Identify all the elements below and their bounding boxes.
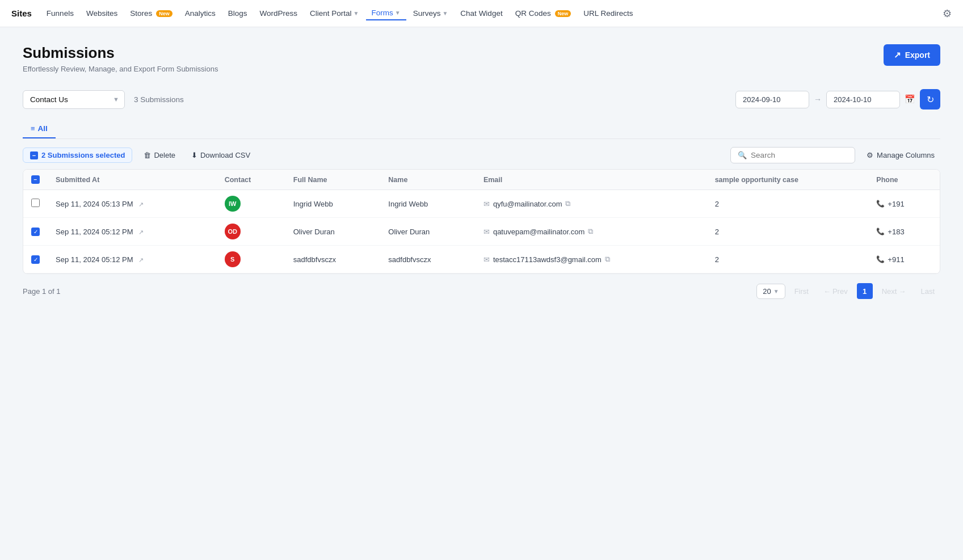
table-header-row: − Submitted At Contact Full Name Name Em… bbox=[23, 170, 940, 190]
nav-item-wordpress[interactable]: WordPress bbox=[254, 7, 304, 20]
name-value: Ingrid Webb bbox=[388, 200, 428, 208]
contact-avatar: IW bbox=[225, 196, 241, 212]
submissions-table-container: − Submitted At Contact Full Name Name Em… bbox=[23, 169, 940, 274]
row-checkbox-0[interactable] bbox=[31, 199, 40, 207]
phone-icon: 📞 bbox=[876, 200, 885, 208]
email-icon: ✉ bbox=[483, 255, 490, 264]
full-name-cell: sadfdbfvsczx bbox=[285, 246, 381, 273]
row-checkbox-1[interactable]: ✓ bbox=[31, 228, 40, 236]
nav-item-blogs[interactable]: Blogs bbox=[222, 7, 253, 20]
contact-cell: S bbox=[217, 246, 285, 273]
next-page-button[interactable]: Next → bbox=[876, 284, 912, 298]
export-icon: ↗ bbox=[894, 50, 901, 60]
col-email: Email bbox=[476, 170, 707, 190]
last-page-button[interactable]: Last bbox=[915, 284, 940, 298]
nav-item-surveys[interactable]: Surveys▼ bbox=[407, 7, 454, 20]
col-submitted-at: Submitted At bbox=[48, 170, 217, 190]
first-label: First bbox=[794, 287, 809, 296]
nav-item-client-portal[interactable]: Client Portal▼ bbox=[304, 7, 364, 20]
phone-cell: 📞 +191 bbox=[868, 190, 940, 218]
row-checkbox-cell: ✓ bbox=[23, 246, 48, 273]
prev-arrow-icon: ← bbox=[823, 287, 831, 296]
row-checkbox-cell: ✓ bbox=[23, 218, 48, 246]
top-nav: Sites FunnelsWebsitesStoresNewAnalyticsB… bbox=[0, 0, 963, 27]
filters-row: Contact Us ▼ 3 Submissions → 📅 ↻ bbox=[23, 89, 940, 110]
export-button[interactable]: ↗ Export bbox=[884, 44, 940, 66]
opportunity-value: 2 bbox=[715, 255, 719, 264]
page-subtitle: Effortlessly Review, Manage, and Export … bbox=[23, 65, 218, 73]
refresh-button[interactable]: ↻ bbox=[920, 89, 940, 110]
contact-cell: IW bbox=[217, 190, 285, 218]
name-cell: sadfdbfvsczx bbox=[380, 246, 476, 273]
phone-cell: 📞 +183 bbox=[868, 218, 940, 246]
full-name-value: Ingrid Webb bbox=[293, 200, 333, 208]
first-page-button[interactable]: First bbox=[789, 284, 814, 298]
expand-icon[interactable]: ↗ bbox=[138, 256, 144, 263]
tab-all[interactable]: ≡ All bbox=[23, 120, 56, 138]
opportunity-cell: 2 bbox=[707, 218, 869, 246]
site-label: Sites bbox=[11, 9, 32, 18]
form-selector[interactable]: Contact Us bbox=[23, 90, 125, 109]
nav-item-stores[interactable]: StoresNew bbox=[124, 7, 178, 20]
table-row: ✓ Sep 11, 2024 05:12 PM ↗ OD Oliver Dura… bbox=[23, 218, 940, 246]
col-sample-opportunity: sample opportunity case bbox=[707, 170, 869, 190]
tabs-row: ≡ All bbox=[23, 120, 940, 139]
download-icon: ⬇ bbox=[191, 151, 197, 159]
nav-item-funnels[interactable]: Funnels bbox=[41, 7, 79, 20]
nav-item-websites[interactable]: Websites bbox=[81, 7, 123, 20]
expand-icon[interactable]: ↗ bbox=[138, 201, 144, 208]
select-all-checkbox[interactable]: − bbox=[31, 175, 40, 184]
manage-columns-button[interactable]: ⚙ Manage Columns bbox=[861, 148, 940, 163]
email-cell: ✉ testacc17113awdsf3@gmail.com ⧉ bbox=[476, 246, 707, 273]
phone-cell-inner: 📞 +911 bbox=[876, 255, 932, 264]
date-from-input[interactable] bbox=[735, 91, 809, 108]
col-contact: Contact bbox=[217, 170, 285, 190]
email-cell-inner: ✉ testacc17113awdsf3@gmail.com ⧉ bbox=[483, 255, 699, 264]
opportunity-cell: 2 bbox=[707, 190, 869, 218]
nav-item-chat-widget[interactable]: Chat Widget bbox=[455, 7, 508, 20]
contact-cell: OD bbox=[217, 218, 285, 246]
page-title: Submissions bbox=[23, 44, 218, 62]
name-cell: Oliver Duran bbox=[380, 218, 476, 246]
submissions-count: 3 Submissions bbox=[134, 95, 184, 104]
list-icon: ≡ bbox=[31, 124, 35, 133]
copy-icon[interactable]: ⧉ bbox=[605, 255, 610, 264]
nav-item-forms[interactable]: Forms▼ bbox=[366, 6, 406, 20]
settings-icon[interactable]: ⚙ bbox=[943, 7, 952, 20]
prev-page-button[interactable]: ← Prev bbox=[818, 284, 853, 298]
nav-badge-qr-codes: New bbox=[555, 10, 571, 17]
email-cell: ✉ qatuvepam@mailinator.com ⧉ bbox=[476, 218, 707, 246]
selected-badge: − 2 Submissions selected bbox=[23, 148, 132, 163]
copy-icon[interactable]: ⧉ bbox=[588, 227, 593, 236]
email-value: qyfu@mailinator.com bbox=[493, 200, 562, 208]
date-to-input[interactable] bbox=[826, 91, 900, 108]
pagination-row: Page 1 of 1 20 ▼ First ← Prev 1 Next → L… bbox=[23, 274, 940, 308]
submitted-at-value: Sep 11, 2024 05:12 PM bbox=[56, 228, 133, 236]
name-cell: Ingrid Webb bbox=[380, 190, 476, 218]
minus-icon: − bbox=[30, 151, 38, 159]
submitted-at-value: Sep 11, 2024 05:12 PM bbox=[56, 255, 133, 264]
submissions-table: − Submitted At Contact Full Name Name Em… bbox=[23, 170, 940, 273]
per-page-selector[interactable]: 20 ▼ bbox=[756, 284, 785, 299]
email-cell: ✉ qyfu@mailinator.com ⧉ bbox=[476, 190, 707, 218]
delete-button[interactable]: 🗑 Delete bbox=[139, 148, 180, 162]
date-range: → 📅 ↻ bbox=[735, 89, 940, 110]
nav-item-url-redirects[interactable]: URL Redirects bbox=[578, 7, 638, 20]
full-name-cell: Ingrid Webb bbox=[285, 190, 381, 218]
nav-chevron-surveys-icon: ▼ bbox=[442, 10, 448, 16]
nav-item-analytics[interactable]: Analytics bbox=[179, 7, 221, 20]
col-name: Name bbox=[380, 170, 476, 190]
row-checkbox-2[interactable]: ✓ bbox=[31, 255, 40, 264]
copy-icon[interactable]: ⧉ bbox=[565, 199, 570, 208]
download-csv-button[interactable]: ⬇ Download CSV bbox=[187, 148, 255, 162]
search-input[interactable] bbox=[751, 151, 848, 159]
tab-all-label: All bbox=[38, 124, 48, 133]
toolbar-right: 🔍 ⚙ Manage Columns bbox=[730, 147, 940, 163]
phone-value: +911 bbox=[888, 255, 904, 264]
next-label: Next bbox=[882, 287, 897, 296]
full-name-value: Oliver Duran bbox=[293, 228, 335, 236]
pagination-controls: 20 ▼ First ← Prev 1 Next → Last bbox=[756, 283, 940, 299]
submitted-at-cell: Sep 11, 2024 05:12 PM ↗ bbox=[48, 218, 217, 246]
expand-icon[interactable]: ↗ bbox=[138, 229, 144, 235]
nav-item-qr-codes[interactable]: QR CodesNew bbox=[510, 7, 577, 20]
